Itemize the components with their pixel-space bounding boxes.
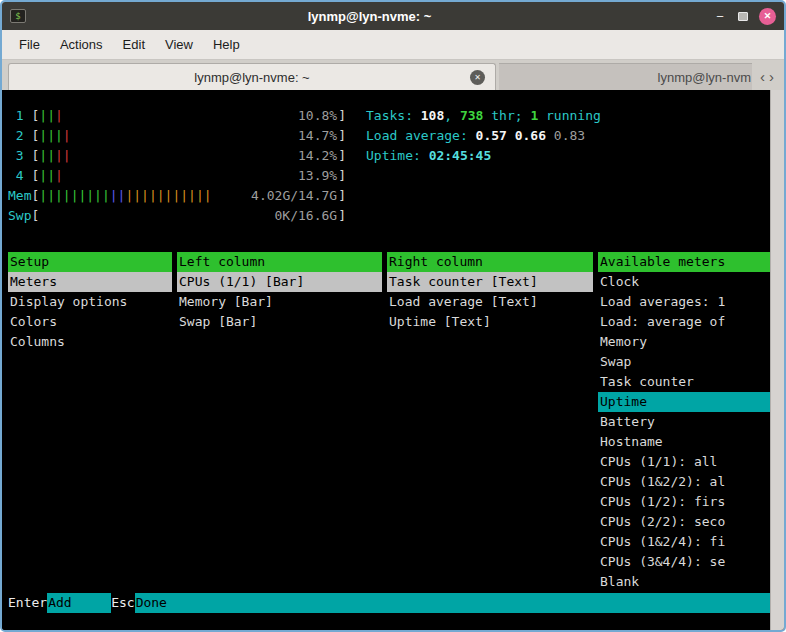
panel-setup: SetupMetersDisplay optionsColorsColumns xyxy=(8,252,172,592)
tab-active[interactable]: lynmp@lyn-nvme: ~ ✕ xyxy=(8,63,496,90)
meter-value: 4.02G/14.7G xyxy=(251,186,337,206)
meter-value: 0K/16.6G xyxy=(275,206,338,226)
meter-bar: | xyxy=(63,188,71,203)
menu-view[interactable]: View xyxy=(156,32,202,57)
fn-key-esc[interactable]: Esc xyxy=(111,593,134,613)
item-columns[interactable]: Columns xyxy=(8,332,172,352)
terminal-app-icon: $ xyxy=(10,9,26,23)
function-bar: EnterAddEscDone xyxy=(2,593,770,613)
item-load-averages-1[interactable]: Load averages: 1 xyxy=(598,292,770,312)
menu-file[interactable]: File xyxy=(10,32,49,57)
menu-actions[interactable]: Actions xyxy=(51,32,112,57)
meter-bar: | xyxy=(39,188,47,203)
meter-body: ||||14.2% xyxy=(39,146,338,166)
item-cpus-2-2-seco[interactable]: CPUs (2/2): seco xyxy=(598,512,770,532)
meter-bar: | xyxy=(188,188,196,203)
item-cpus-1-1-all[interactable]: CPUs (1/1): all xyxy=(598,452,770,472)
tab-inactive-title: lynmp@lyn-nvm xyxy=(658,70,751,85)
terminal-area: 1 [|||10.8%] 2 [||||14.7%] 3 [||||14.2%]… xyxy=(2,90,784,630)
panel-right-column: Right columnTask counter [Text]Load aver… xyxy=(387,252,593,592)
terminal-window: $ lynmp@lyn-nvme: ~ − ✕ FileActionsEditV… xyxy=(0,0,786,632)
window-controls: − ✕ xyxy=(713,8,776,25)
meter-bar: | xyxy=(55,108,63,123)
item-uptime-text[interactable]: Uptime [Text] xyxy=(387,312,593,332)
item-uptime[interactable]: Uptime xyxy=(598,392,770,412)
bracket-close: ] xyxy=(338,166,346,186)
meter-label: 3 xyxy=(8,146,31,166)
meter-bar: | xyxy=(86,188,94,203)
meter-label: Swp xyxy=(8,206,31,226)
item-task-counter[interactable]: Task counter xyxy=(598,372,770,392)
minimize-icon[interactable]: − xyxy=(713,9,727,24)
meter-bar: | xyxy=(55,168,63,183)
item-memory-bar[interactable]: Memory [Bar] xyxy=(177,292,382,312)
window-title: lynmp@lyn-nvme: ~ xyxy=(26,9,713,24)
fn-label-add[interactable]: Add xyxy=(47,593,111,613)
meter-label: 2 xyxy=(8,126,31,146)
menu-help[interactable]: Help xyxy=(204,32,249,57)
meter-label: 1 xyxy=(8,106,31,126)
tab-scroll-right-icon[interactable]: › xyxy=(769,69,774,84)
uptime-segment: Uptime: xyxy=(366,148,429,163)
meter-cpu1: 1 [|||10.8%] xyxy=(8,106,346,126)
tasks-segment: 738 xyxy=(460,108,483,123)
bracket-close: ] xyxy=(338,146,346,166)
bracket-open: [ xyxy=(31,126,39,146)
tab-inactive[interactable]: lynmp@lyn-nvm xyxy=(499,63,752,90)
meter-bar: | xyxy=(63,148,71,163)
meter-label: Mem xyxy=(8,186,31,206)
bracket-open: [ xyxy=(31,166,39,186)
meter-bar: | xyxy=(157,188,165,203)
meter-bar: | xyxy=(94,188,102,203)
meter-bar: | xyxy=(47,188,55,203)
meter-bar: | xyxy=(204,188,212,203)
item-cpus-1-2-firs[interactable]: CPUs (1/2): firs xyxy=(598,492,770,512)
item-hostname[interactable]: Hostname xyxy=(598,432,770,452)
titlebar[interactable]: $ lynmp@lyn-nvme: ~ − ✕ xyxy=(2,2,784,30)
fn-label-done[interactable]: Done xyxy=(135,593,770,613)
meter-swp: Swp[0K/16.6G] xyxy=(8,206,346,226)
item-load-average-text[interactable]: Load average [Text] xyxy=(387,292,593,312)
bracket-open: [ xyxy=(31,186,39,206)
item-cpus-1-2-4-fi[interactable]: CPUs (1&2/4): fi xyxy=(598,532,770,552)
menu-edit[interactable]: Edit xyxy=(114,32,154,57)
meter-bar: | xyxy=(47,168,55,183)
load-average-segment: 0.83 xyxy=(554,128,585,143)
item-display-options[interactable]: Display options xyxy=(8,292,172,312)
load-average-segment: Load average: xyxy=(366,128,476,143)
maximize-box xyxy=(738,12,748,21)
item-memory[interactable]: Memory xyxy=(598,332,770,352)
bracket-open: [ xyxy=(31,106,39,126)
item-cpus-1-1-bar[interactable]: CPUs (1/1) [Bar] xyxy=(177,272,382,292)
item-cpus-3-4-4-se[interactable]: CPUs (3&4/4): se xyxy=(598,552,770,572)
panel-left-column: Left columnCPUs (1/1) [Bar]Memory [Bar]S… xyxy=(177,252,382,592)
load-average-line: Load average: 0.57 0.66 0.83 xyxy=(366,126,601,146)
meter-label: 4 xyxy=(8,166,31,186)
item-meters[interactable]: Meters xyxy=(8,272,172,292)
item-load-average-of[interactable]: Load: average of xyxy=(598,312,770,332)
tasks-segment: , xyxy=(444,108,460,123)
item-task-counter-text[interactable]: Task counter [Text] xyxy=(387,272,593,292)
maximize-icon[interactable] xyxy=(738,12,748,21)
item-colors[interactable]: Colors xyxy=(8,312,172,332)
item-cpus-1-2-2-al[interactable]: CPUs (1&2/2): al xyxy=(598,472,770,492)
htop-setup-screen: 1 [|||10.8%] 2 [||||14.7%] 3 [||||14.2%]… xyxy=(2,90,770,630)
item-clock[interactable]: Clock xyxy=(598,272,770,292)
tab-close-icon[interactable]: ✕ xyxy=(470,70,485,85)
scrollbar[interactable] xyxy=(770,90,784,630)
meter-cpu3: 3 [||||14.2%] xyxy=(8,146,346,166)
item-swap-bar[interactable]: Swap [Bar] xyxy=(177,312,382,332)
bracket-close: ] xyxy=(338,126,346,146)
tab-scroll-left-icon[interactable]: ‹ xyxy=(760,69,765,84)
item-blank[interactable]: Blank xyxy=(598,572,770,592)
fn-key-enter[interactable]: Enter xyxy=(8,593,47,613)
meter-body: ||||14.7% xyxy=(39,126,338,146)
load-average-segment: 0.57 xyxy=(476,128,515,143)
item-battery[interactable]: Battery xyxy=(598,412,770,432)
meter-bar: | xyxy=(55,188,63,203)
tasks-segment: Tasks: xyxy=(366,108,421,123)
tasks-segment: running xyxy=(538,108,601,123)
meter-body: 0K/16.6G xyxy=(39,206,338,226)
close-icon[interactable]: ✕ xyxy=(759,8,776,25)
item-swap[interactable]: Swap xyxy=(598,352,770,372)
